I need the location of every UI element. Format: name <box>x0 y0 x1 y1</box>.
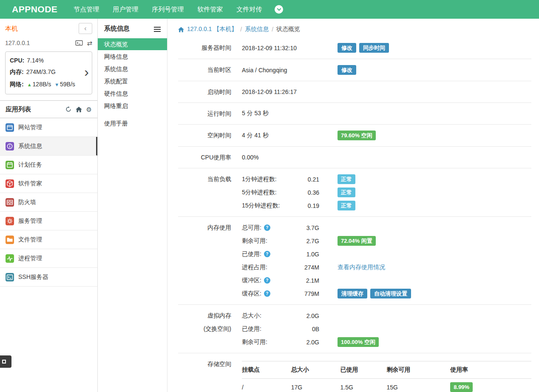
app-item-label: 计划任务 <box>18 161 42 169</box>
nav-item-node-management[interactable]: 节点管理 <box>67 0 106 19</box>
upload-arrow-icon: ▲ <box>27 82 32 87</box>
sidebar-item-service-management[interactable]: 服务管理 <box>0 212 97 230</box>
submenu-item-hardware-info[interactable]: 硬件信息 <box>98 88 167 99</box>
submenu-panel: 系统信息 状态概览 网络信息 系统信息 系统配置 硬件信息 网络重启 使用手册 <box>98 19 167 392</box>
help-icon[interactable]: ? <box>264 277 270 284</box>
row-memory: 内存使用 总可用:? 3.7G 剩余可用: 2.7G 72.04% 闲置 已使用… <box>178 216 531 304</box>
uptime-value: 5 分 53 秒 <box>242 110 338 117</box>
sidebar-item-scheduled-tasks[interactable]: 计划任务 <box>0 156 97 174</box>
host-name: 本机 <box>5 25 18 33</box>
top-navbar: APPNODE 节点管理 用户管理 序列号管理 软件管家 文件对传 <box>0 0 539 19</box>
row-label: CPU使用率 <box>178 153 242 162</box>
row-label: 服务器时间 <box>178 43 242 53</box>
app-list-title: 应用列表 <box>6 105 31 114</box>
app-item-label: 防火墙 <box>18 199 36 206</box>
app-item-label: 系统信息 <box>18 142 42 150</box>
storage-table: 挂载点 总大小 已使用 剩余可用 使用率 / 17G 1.5G 15G <box>242 361 531 392</box>
load-row-15min: 15分钟进程数: 0.19 正常 <box>242 199 531 212</box>
swap-row-free: 剩余可用: 2.0G 100.00% 空闲 <box>242 335 531 349</box>
left-sidebar: 本机 ‹ 127.0.0.1 ⇄ CPU:7.14% 内存:274M/3.7G <box>0 19 98 392</box>
auto-clear-settings-button[interactable]: 自动清理设置 <box>370 289 411 298</box>
corner-tab[interactable] <box>0 355 11 368</box>
submenu-item-user-manual[interactable]: 使用手册 <box>98 117 167 129</box>
sidebar-item-system-info[interactable]: 系统信息 <box>0 137 97 156</box>
server-time-value: 2018-12-09 11:32:10 <box>242 45 338 51</box>
network-down-value: 59B/s <box>60 81 75 88</box>
breadcrumb-separator: / <box>240 26 242 33</box>
app-item-label: 软件管家 <box>18 180 42 187</box>
chevron-right-icon[interactable]: › <box>84 65 89 78</box>
sidebar-item-firewall[interactable]: 防火墙 <box>0 193 97 212</box>
sidebar-item-process-management[interactable]: 进程管理 <box>0 249 97 268</box>
app-list: 网站管理 系统信息 计划任务 软件管家 防火墙 服务管理 <box>0 118 97 287</box>
services-icon <box>6 217 14 225</box>
breadcrumb-current: 状态概览 <box>276 26 300 33</box>
help-icon[interactable]: ? <box>264 290 270 297</box>
app-list-header: 应用列表 ⚙ <box>0 100 97 118</box>
submenu-item-system-config[interactable]: 系统配置 <box>98 75 167 87</box>
cpu-value: 7.14% <box>27 57 44 64</box>
usage-badge: 8.99% <box>450 382 473 392</box>
chevron-down-icon[interactable] <box>275 5 283 14</box>
row-timezone: 当前时区 Asia / Chongqing 修改 <box>178 59 531 81</box>
sidebar-item-software-manager[interactable]: 软件管家 <box>0 174 97 193</box>
memory-row-cache: 缓存区:? 779M 清理缓存 自动清理设置 <box>242 287 531 300</box>
memory-row-process: 进程占用: 274M 查看内存使用情况 <box>242 261 531 274</box>
edit-timezone-button[interactable]: 修改 <box>338 65 356 75</box>
memory-value: 274M/3.7G <box>26 68 56 75</box>
app-item-label: 网站管理 <box>18 124 42 131</box>
row-boot-time: 启动时间 2018-12-09 11:26:17 <box>178 81 531 102</box>
row-uptime: 运行时间 5 分 53 秒 <box>178 102 531 124</box>
sidebar-item-ssh-server[interactable]: SSH服务器 <box>0 268 97 287</box>
row-idle-time: 空闲时间 4 分 41 秒 79.60% 空闲 <box>178 124 531 146</box>
memory-row-used: 已使用:? 1.0G <box>242 247 531 261</box>
home-icon[interactable] <box>76 107 82 112</box>
network-label: 网络: <box>10 81 24 88</box>
submenu-item-network-restart[interactable]: 网络重启 <box>98 100 167 112</box>
row-label: 空闲时间 <box>178 131 242 140</box>
collapse-sidebar-button[interactable]: ‹ <box>79 23 92 34</box>
gear-icon[interactable]: ⚙ <box>86 106 92 113</box>
software-manager-icon <box>6 179 14 188</box>
clear-cache-button[interactable]: 清理缓存 <box>338 289 367 298</box>
breadcrumb-section-link[interactable]: 系统信息 <box>245 26 269 33</box>
swap-row-total: 总大小: 2.0G <box>242 309 531 322</box>
home-icon[interactable] <box>178 27 184 32</box>
nav-item-software-manager[interactable]: 软件管家 <box>190 0 230 19</box>
memory-label: 内存: <box>10 68 24 75</box>
refresh-icon[interactable] <box>65 106 71 112</box>
row-server-time: 服务器时间 2018-12-09 11:32:10 修改 同步时间 <box>178 37 531 59</box>
terminal-icon[interactable] <box>75 40 83 46</box>
help-icon[interactable]: ? <box>264 224 270 231</box>
row-label: 当前时区 <box>178 65 242 75</box>
swap-row-used: 已使用: 0B <box>242 322 531 335</box>
nav-item-file-transfer[interactable]: 文件对传 <box>230 0 269 19</box>
nav-item-user-management[interactable]: 用户管理 <box>106 0 145 19</box>
sync-time-button[interactable]: 同步时间 <box>359 43 389 53</box>
edit-server-time-button[interactable]: 修改 <box>338 43 356 53</box>
sidebar-item-website-management[interactable]: 网站管理 <box>0 118 97 137</box>
submenu-item-network-info[interactable]: 网络信息 <box>98 51 167 62</box>
status-badge: 正常 <box>338 174 355 184</box>
corner-tab-icon <box>2 360 6 364</box>
hamburger-icon[interactable] <box>154 26 161 32</box>
submenu-item-status-overview[interactable]: 状态概览 <box>98 38 167 50</box>
submenu-title: 系统信息 <box>104 25 130 33</box>
timezone-value: Asia / Chongqing <box>242 67 338 74</box>
submenu-list: 状态概览 网络信息 系统信息 系统配置 硬件信息 网络重启 使用手册 <box>98 38 167 129</box>
transfer-icon[interactable]: ⇄ <box>87 40 92 46</box>
view-memory-usage-link[interactable]: 查看内存使用情况 <box>338 264 385 271</box>
main-content: 127.0.0.1 【本机】 / 系统信息 / 状态概览 服务器时间 2018-… <box>167 19 539 392</box>
submenu-item-system-info[interactable]: 系统信息 <box>98 63 167 75</box>
storage-row-root: / 17G 1.5G 15G 8.99% <box>242 379 531 392</box>
breadcrumb-host-link[interactable]: 127.0.0.1 【本机】 <box>187 26 237 33</box>
sidebar-item-file-management[interactable]: 文件管理 <box>0 230 97 249</box>
row-label: 内存使用 <box>178 221 242 300</box>
app-item-label: 进程管理 <box>18 255 42 262</box>
website-icon <box>6 123 14 132</box>
breadcrumb-separator: / <box>272 26 273 33</box>
load-row-5min: 5分钟进程数: 0.36 正常 <box>242 186 531 199</box>
help-icon[interactable]: ? <box>264 251 270 257</box>
main-nav: 节点管理 用户管理 序列号管理 软件管家 文件对传 <box>67 0 269 19</box>
nav-item-serial-management[interactable]: 序列号管理 <box>145 0 190 19</box>
